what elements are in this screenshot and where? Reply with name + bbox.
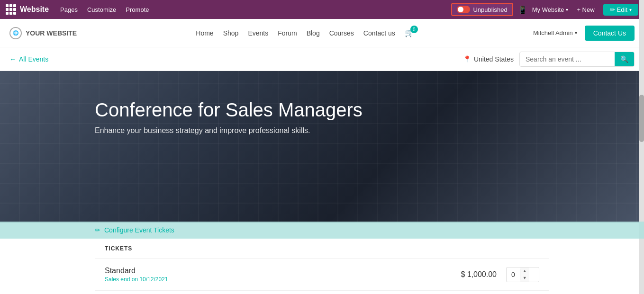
menu-events[interactable]: Events (248, 29, 268, 37)
table-row: Standard Sales end on 10/12/2021 $ 1,000… (95, 259, 549, 291)
tickets-header: TICKETS (95, 239, 549, 259)
menu-home[interactable]: Home (196, 29, 213, 37)
menu-blog[interactable]: Blog (307, 29, 320, 37)
qty-standard-arrows: ▲ ▼ (520, 267, 529, 281)
grid-icon (6, 4, 16, 15)
edit-caret-icon: ▾ (629, 7, 632, 12)
site-nav: 🌐 YOUR WEBSITE Home Shop Events Forum Bl… (0, 19, 644, 47)
site-logo[interactable]: 🌐 YOUR WEBSITE (9, 27, 77, 39)
ticket-standard-name: Standard (105, 267, 440, 275)
location-pin-icon: 📍 (463, 55, 471, 63)
ticket-standard-qty: 0 ▲ ▼ (506, 267, 539, 282)
configure-link[interactable]: Configure Event Tickets (104, 226, 174, 234)
arrow-left-icon: ← (9, 55, 16, 63)
search-input[interactable] (520, 53, 615, 66)
customize-nav[interactable]: Customize (83, 4, 120, 15)
pages-nav[interactable]: Pages (56, 4, 82, 15)
new-button[interactable]: + New (573, 4, 598, 15)
ticket-standard-price: $ 1,000.00 (440, 270, 497, 279)
location-filter[interactable]: 📍 United States (463, 55, 514, 63)
hero-title: Conference for Sales Managers (95, 99, 549, 121)
pencil-icon: ✏ (610, 6, 615, 13)
qty-standard-value: 0 (507, 269, 520, 280)
scrollbar[interactable] (639, 0, 644, 294)
configure-bar: ✏ Configure Event Tickets (0, 222, 644, 239)
all-events-link[interactable]: ← All Events (9, 55, 48, 63)
site-menu: Home Shop Events Forum Blog Courses Cont… (196, 28, 414, 37)
admin-bar: Website Pages Customize Promote Unpublis… (0, 0, 644, 19)
logo-circle: 🌐 (9, 27, 22, 39)
menu-contact[interactable]: Contact us (363, 29, 395, 37)
admin-nav: Pages Customize Promote (56, 4, 153, 15)
search-box: 🔍 (519, 52, 635, 67)
edit-button[interactable]: ✏ Edit ▾ (603, 4, 638, 16)
pencil-configure-icon: ✏ (95, 226, 100, 234)
my-website-btn[interactable]: My Website ▾ (532, 6, 569, 13)
hero-section: Conference for Sales Managers Enhance yo… (0, 71, 644, 223)
caret-icon: ▾ (566, 7, 568, 12)
search-button[interactable]: 🔍 (615, 52, 634, 66)
unpublished-label: Unpublished (473, 6, 507, 13)
table-row: VIP Sales end on 09/12/2021 $ 1,500.00 0… (95, 291, 549, 294)
toggle-switch (457, 6, 470, 13)
ticket-standard-date: Sales end on 10/12/2021 (105, 276, 440, 283)
qty-standard-down[interactable]: ▼ (520, 275, 529, 282)
hero-subtitle: Enhance your business strategy and impro… (95, 126, 549, 135)
mitchell-admin[interactable]: Mitchell Admin ▾ (533, 29, 577, 36)
unpublished-toggle[interactable]: Unpublished (451, 3, 513, 16)
menu-courses[interactable]: Courses (329, 29, 354, 37)
events-bar: ← All Events 📍 United States 🔍 (0, 47, 644, 71)
user-caret-icon: ▾ (575, 30, 577, 36)
tickets-section: TICKETS Standard Sales end on 10/12/2021… (95, 239, 549, 294)
menu-forum[interactable]: Forum (278, 29, 297, 37)
cart-badge: 0 (410, 26, 418, 33)
cart-icon[interactable]: 🛒0 (405, 28, 414, 37)
toggle-knob (458, 7, 463, 12)
ticket-standard-info: Standard Sales end on 10/12/2021 (105, 267, 440, 283)
contact-us-button[interactable]: Contact Us (585, 26, 635, 41)
admin-logo[interactable]: Website (6, 4, 49, 15)
promote-nav[interactable]: Promote (122, 4, 153, 15)
mobile-icon[interactable]: 📱 (518, 5, 527, 14)
menu-shop[interactable]: Shop (223, 29, 239, 37)
qty-standard-up[interactable]: ▲ (520, 267, 529, 275)
